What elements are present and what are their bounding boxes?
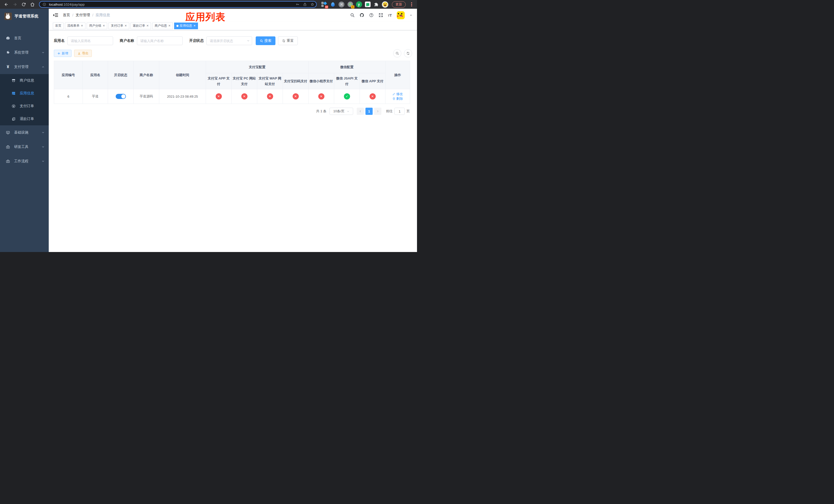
extension-y-icon[interactable]: y — [356, 1, 362, 8]
tab-refund-order[interactable]: 退款订单✕ — [131, 23, 151, 29]
cell-app-id: 6 — [54, 89, 83, 104]
logo-avatar — [4, 13, 12, 20]
close-icon[interactable]: ✕ — [124, 24, 127, 27]
main-area: 应用列表 首页 / 支付管理 / 应用信息 TT — [49, 9, 417, 252]
home-icon[interactable] — [29, 1, 36, 8]
active-dot — [176, 25, 178, 27]
password-key-icon[interactable] — [295, 2, 300, 7]
status-cross-icon: ✕ — [318, 93, 324, 99]
close-icon[interactable]: ✕ — [81, 24, 83, 27]
font-size-icon[interactable]: TT — [388, 13, 392, 17]
tab-home[interactable]: 首页 — [53, 23, 64, 29]
breadcrumb-home[interactable]: 首页 — [63, 13, 70, 18]
sidebar-item-infrastructure[interactable]: 基础设施 — [0, 125, 49, 140]
sidebar-item-home[interactable]: 首页 — [0, 31, 49, 45]
refresh-button[interactable] — [404, 49, 412, 58]
next-page-button[interactable] — [374, 108, 381, 115]
col-header-alipay-app: 支付宝 APP 支付 — [206, 73, 232, 89]
app-table: 应用编号 应用名 开启状态 商户名称 创建时间 支付宝配置 微信配置 操作 支付… — [54, 61, 410, 104]
address-bar[interactable]: localhost:1024/pay/app — [39, 1, 317, 8]
forward-icon[interactable] — [11, 1, 19, 8]
reset-button[interactable]: 重置 — [278, 37, 298, 45]
close-icon[interactable]: ✕ — [103, 24, 105, 27]
col-header-wx-jsapi: 微信 JSAPI 支付 — [334, 73, 360, 89]
browser-toolbar: localhost:1024/pay/app 10 ⌘ 1 y 更新 — [0, 0, 417, 9]
close-icon[interactable]: ✕ — [168, 24, 171, 27]
goto-page-input[interactable] — [394, 108, 405, 115]
tab-merchant-info[interactable]: 商户信息✕ — [152, 23, 173, 29]
browser-update-button[interactable]: 更新 — [392, 1, 406, 8]
search-button[interactable]: 搜索 — [256, 37, 276, 45]
col-header-wx-mini: 微信小程序支付 — [308, 73, 334, 89]
sidebar-logo[interactable]: 芋道管理系统 — [0, 9, 49, 24]
sidebar-item-label: 研发工具 — [14, 144, 28, 149]
fullscreen-icon[interactable] — [378, 13, 383, 18]
reload-icon[interactable] — [20, 1, 27, 8]
sidebar: 芋道管理系统 首页 系统管理 ¥ 支付管理 — [0, 9, 49, 252]
page-title-annotation: 应用列表 — [185, 10, 225, 24]
avatar[interactable] — [397, 11, 405, 19]
back-icon[interactable] — [3, 1, 10, 8]
merchant-name-input[interactable] — [137, 37, 182, 45]
chevron-down-icon — [42, 131, 45, 134]
page-size-select[interactable]: 10条/页 — [330, 108, 353, 115]
collapse-sidebar-icon[interactable] — [53, 12, 59, 18]
extension-kite-icon[interactable] — [330, 1, 336, 8]
browser-menu-icon[interactable] — [409, 2, 414, 6]
enable-toggle[interactable] — [116, 94, 126, 99]
url-text[interactable]: localhost:1024/pay/app — [49, 3, 293, 6]
breadcrumb-section[interactable]: 支付管理 — [76, 13, 90, 18]
status-select[interactable] — [206, 37, 252, 45]
toggle-search-button[interactable] — [393, 49, 401, 58]
sidebar-item-label: 支付管理 — [14, 65, 28, 69]
close-icon[interactable]: ✕ — [147, 24, 149, 27]
export-button[interactable]: 导出 — [74, 50, 92, 57]
status-cross-icon: ✕ — [241, 93, 247, 99]
extension-grid-icon[interactable]: 10 — [321, 1, 327, 8]
extension-puzzle-icon[interactable] — [373, 1, 379, 8]
add-button[interactable]: 新增 — [54, 50, 71, 57]
help-icon[interactable] — [369, 13, 374, 18]
site-info-icon[interactable] — [42, 2, 47, 7]
extension-camera-icon[interactable]: 1 — [347, 1, 353, 8]
tab-user-group[interactable]: 用户分组✕ — [87, 23, 107, 29]
extension-chat-icon[interactable] — [365, 1, 371, 8]
extension-badge: 10 — [325, 5, 328, 8]
tab-process-form[interactable]: 流程表单✕ — [65, 23, 85, 29]
sidebar-item-payment[interactable]: ¥ 支付管理 — [0, 60, 49, 74]
avatar-caret-icon[interactable] — [410, 14, 412, 17]
sidebar-item-system[interactable]: 系统管理 — [0, 45, 49, 60]
sidebar-item-app-info[interactable]: 应用信息 — [0, 87, 49, 100]
extension-command-icon[interactable]: ⌘ — [338, 1, 345, 8]
table-toolbar: 新增 导出 — [54, 49, 412, 58]
app-name-label: 应用名 — [54, 39, 65, 43]
tab-pay-order[interactable]: 支付订单✕ — [109, 23, 129, 29]
cell-merchant: 芋道源码 — [134, 89, 159, 104]
share-icon[interactable] — [302, 2, 308, 7]
status-select-input[interactable] — [206, 37, 252, 45]
col-header-created: 创建时间 — [159, 61, 206, 89]
breadcrumb-separator: / — [72, 13, 73, 17]
sidebar-item-pay-order[interactable]: 支付订单 — [0, 100, 49, 113]
total-count: 共 1 条 — [316, 109, 327, 114]
status-cross-icon: ✕ — [267, 93, 273, 99]
sidebar-item-dev-tools[interactable]: 研发工具 — [0, 140, 49, 154]
search-icon[interactable] — [350, 13, 355, 18]
col-header-app-name: 应用名 — [83, 61, 108, 89]
sidebar-item-merchant-info[interactable]: 商户信息 — [0, 74, 49, 87]
delete-link[interactable]: 删除 — [392, 96, 403, 101]
app-name-input[interactable] — [67, 37, 113, 45]
extension-emoji-icon[interactable] — [382, 1, 388, 8]
close-icon[interactable]: ✕ — [193, 24, 196, 27]
gear-icon — [6, 50, 10, 55]
github-icon[interactable] — [359, 13, 364, 18]
status-cross-icon: ✕ — [216, 93, 222, 99]
page-number-1[interactable]: 1 — [366, 108, 373, 115]
sidebar-item-refund-order[interactable]: 退款订单 — [0, 113, 49, 125]
sidebar-item-workflow[interactable]: 工作流程 — [0, 154, 49, 168]
bookmark-star-icon[interactable] — [310, 2, 315, 7]
sidebar-item-label: 退款订单 — [20, 117, 34, 121]
edit-link[interactable]: 修改 — [392, 92, 403, 96]
sidebar-item-label: 支付订单 — [20, 104, 34, 109]
prev-page-button[interactable] — [357, 108, 364, 115]
